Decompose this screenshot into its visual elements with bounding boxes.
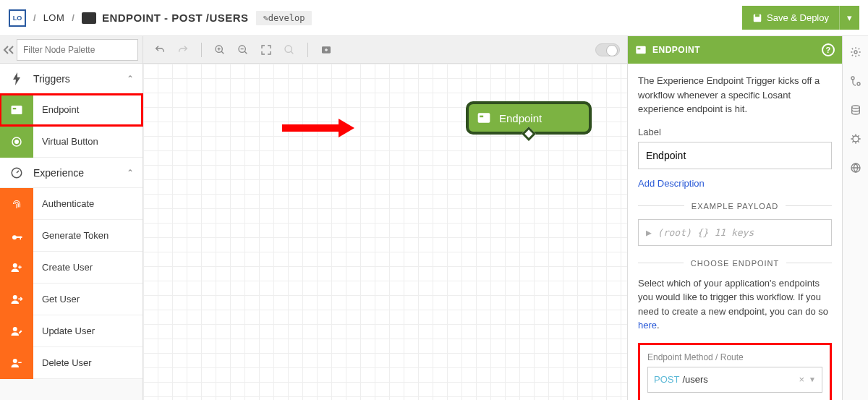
category-triggers[interactable]: Triggers ⌃ (0, 64, 142, 94)
endpoint-icon (0, 94, 33, 126)
svg-rect-1 (755, 14, 760, 17)
globe-icon[interactable] (850, 162, 861, 174)
properties-header: ENDPOINT ? (628, 36, 842, 64)
category-experience[interactable]: Experience ⌃ (0, 158, 142, 188)
header-bar: LO / LOM / ENDPOINT - POST /USERS ✎devel… (0, 0, 868, 36)
breadcrumb-sep: / (33, 12, 36, 23)
add-description-link[interactable]: Add Description (638, 178, 705, 189)
example-payload-box[interactable]: ▶ (root) {} 11 keys (638, 219, 832, 246)
palette-node-endpoint[interactable]: Endpoint (0, 94, 142, 126)
svg-rect-21 (637, 48, 640, 49)
save-deploy-button[interactable]: Save & Deploy (742, 6, 839, 30)
properties-panel: ENDPOINT ? The Experience Endpoint Trigg… (627, 36, 842, 400)
svg-point-13 (13, 359, 17, 363)
svg-point-11 (13, 295, 17, 299)
svg-rect-8 (16, 236, 22, 237)
fit-button[interactable] (257, 41, 276, 59)
svg-point-16 (285, 46, 292, 52)
chevron-double-left-icon (2, 46, 15, 54)
create-endpoint-link[interactable]: here (638, 320, 657, 331)
palette-node-update-user[interactable]: Update User (0, 315, 142, 347)
choose-endpoint-label: CHOOSE ENDPOINT (684, 259, 787, 268)
svg-point-12 (13, 327, 17, 331)
palette-node-generate-token[interactable]: Generate Token (0, 220, 142, 252)
save-dropdown-button[interactable]: ▾ (839, 6, 859, 30)
choose-endpoint-text: Select which of your application's endpo… (638, 276, 832, 333)
svg-rect-2 (12, 106, 22, 114)
endpoint-selector-box: Endpoint Method / Route POST /users × ▼ (638, 343, 832, 401)
user-plus-icon (0, 252, 33, 284)
target-icon (0, 126, 33, 158)
help-button[interactable]: ? (822, 43, 835, 56)
label-field-label: Label (638, 127, 832, 137)
key-icon (0, 220, 33, 252)
svg-point-10 (13, 263, 17, 268)
collapse-palette-button[interactable] (0, 36, 17, 64)
endpoint-select[interactable]: POST /users × ▼ (647, 367, 822, 393)
endpoint-route: /users (682, 374, 707, 385)
canvas-node-label: Endpoint (499, 112, 542, 124)
redo-button[interactable] (174, 41, 192, 59)
example-payload-label: EXAMPLE PAYLOAD (684, 202, 786, 210)
zoom-in-button[interactable] (210, 41, 229, 59)
undo-button[interactable] (150, 41, 169, 59)
debug-icon[interactable] (850, 133, 861, 145)
node-label: Delete User (33, 357, 142, 368)
palette-node-delete-user[interactable]: Delete User (0, 347, 142, 379)
breadcrumb-app[interactable]: LOM (43, 12, 65, 23)
search-canvas-button[interactable] (280, 41, 299, 59)
clear-endpoint-button[interactable]: × (795, 374, 809, 385)
svg-point-22 (854, 51, 857, 54)
gauge-icon (0, 166, 33, 179)
fingerprint-icon (0, 188, 33, 220)
user-minus-icon (0, 347, 33, 379)
endpoint-icon (635, 44, 647, 56)
user-get-icon (0, 284, 33, 315)
chevron-up-icon: ⌃ (127, 74, 134, 84)
node-label: Generate Token (33, 230, 142, 241)
svg-point-5 (15, 140, 19, 143)
expand-icon[interactable]: ▶ (646, 227, 652, 238)
bolt-icon (0, 72, 33, 85)
node-palette: Triggers ⌃ Endpoint Virtual Button Exper… (0, 36, 143, 400)
svg-rect-3 (13, 108, 17, 109)
endpoint-method: POST (654, 374, 679, 385)
svg-point-24 (857, 82, 860, 85)
svg-rect-9 (20, 236, 22, 239)
workflow-canvas[interactable]: Endpoint (143, 64, 627, 400)
svg-rect-20 (636, 46, 645, 54)
node-label: Create User (33, 262, 142, 273)
palette-node-create-user[interactable]: Create User (0, 252, 142, 284)
svg-rect-18 (478, 113, 490, 122)
node-label: Update User (33, 325, 142, 336)
gear-icon[interactable] (850, 46, 861, 58)
right-rail (842, 36, 868, 400)
chevron-up-icon: ⌃ (127, 168, 134, 178)
versions-icon[interactable] (850, 75, 861, 87)
properties-title: ENDPOINT (652, 45, 700, 55)
category-label: Triggers (33, 73, 127, 85)
storage-icon[interactable] (850, 104, 861, 116)
canvas-area: Endpoint (143, 36, 627, 400)
palette-node-virtual-button[interactable]: Virtual Button (0, 126, 142, 158)
label-input[interactable] (638, 142, 832, 169)
filter-palette-input[interactable] (17, 39, 138, 61)
node-label: Get User (33, 294, 142, 305)
chevron-down-icon[interactable]: ▼ (809, 375, 816, 383)
palette-node-authenticate[interactable]: Authenticate (0, 188, 142, 220)
logo[interactable]: LO (9, 9, 26, 27)
branch-tag[interactable]: ✎develop (256, 11, 312, 25)
debug-toggle[interactable] (595, 43, 620, 56)
node-description: The Experience Endpoint Trigger kicks of… (638, 74, 832, 116)
endpoint-icon (469, 111, 499, 125)
palette-node-get-user[interactable]: Get User (0, 284, 142, 315)
save-icon (752, 13, 762, 23)
svg-rect-19 (480, 116, 483, 118)
node-label: Authenticate (33, 198, 142, 209)
canvas-toolbar (143, 36, 627, 64)
canvas-node-endpoint[interactable]: Endpoint (466, 101, 592, 135)
workflow-icon (82, 12, 96, 24)
zoom-out-button[interactable] (234, 41, 252, 59)
add-note-button[interactable] (317, 41, 336, 59)
node-output-port[interactable] (522, 127, 536, 141)
